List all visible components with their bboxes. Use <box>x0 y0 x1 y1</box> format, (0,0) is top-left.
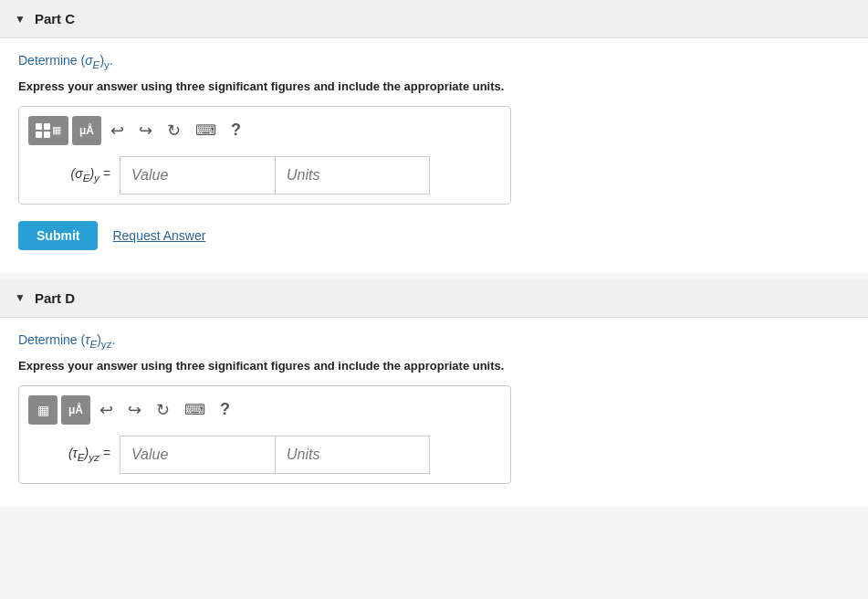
part-d-units-input[interactable] <box>275 436 430 474</box>
grid-icon <box>36 123 50 138</box>
part-d-grid-button[interactable]: ▦ <box>28 395 58 425</box>
part-c-input-box: ▦ μÅ ↩ ↪ ↻ ⌨ ? (σE)y = <box>18 106 511 205</box>
part-c-header: ▼ Part C <box>0 0 868 38</box>
part-c-mu-button[interactable]: μÅ <box>72 116 101 145</box>
part-d-section: ▼ Part D Determine (τE)yz. Express your … <box>0 279 868 506</box>
part-d-mu-button[interactable]: μÅ <box>61 395 90 425</box>
part-c-body: Determine (σE)y. Express your answer usi… <box>0 38 868 272</box>
part-c-keyboard-button[interactable]: ⌨ <box>190 118 222 142</box>
part-c-redo-button[interactable]: ↪ <box>133 117 158 144</box>
part-c-determine: Determine (σE)y. <box>18 53 850 70</box>
part-d-determine: Determine (τE)yz. <box>18 332 850 350</box>
part-c-toolbar: ▦ μÅ ↩ ↪ ↻ ⌨ ? <box>28 116 501 145</box>
part-c-reset-button[interactable]: ↻ <box>162 117 186 144</box>
part-c-value-input[interactable] <box>120 156 275 194</box>
page-wrapper: ▼ Part C Determine (σE)y. Express your a… <box>0 0 868 599</box>
part-d-chevron-icon[interactable]: ▼ <box>15 291 26 304</box>
part-d-reset-button[interactable]: ↻ <box>151 396 175 424</box>
part-d-equation-label: (τE)yz = <box>28 446 110 463</box>
part-c-chevron-icon[interactable]: ▼ <box>15 13 26 26</box>
part-c-section: ▼ Part C Determine (σE)y. Express your a… <box>0 0 868 272</box>
part-c-submit-row: Submit Request Answer <box>18 221 850 250</box>
part-c-submit-button[interactable]: Submit <box>18 221 98 250</box>
part-d-answer-row: (τE)yz = <box>28 436 501 474</box>
part-c-undo-button[interactable]: ↩ <box>105 117 130 144</box>
part-d-toolbar: ▦ μÅ ↩ ↪ ↻ ⌨ ? <box>28 395 501 425</box>
part-c-grid-button[interactable]: ▦ <box>28 116 68 145</box>
part-d-title: Part D <box>35 290 75 306</box>
part-d-body: Determine (τE)yz. Express your answer us… <box>0 318 868 506</box>
part-c-answer-row: (σE)y = <box>28 156 501 194</box>
part-d-keyboard-button[interactable]: ⌨ <box>179 397 211 422</box>
part-d-value-input[interactable] <box>120 436 275 474</box>
part-c-units-input[interactable] <box>275 156 430 194</box>
part-c-equation-label: (σE)y = <box>28 166 110 184</box>
part-d-undo-button[interactable]: ↩ <box>94 396 119 424</box>
part-c-help-button[interactable]: ? <box>225 117 246 143</box>
part-c-title: Part C <box>35 11 75 26</box>
part-d-header: ▼ Part D <box>0 279 868 318</box>
part-c-request-answer-button[interactable]: Request Answer <box>112 228 205 243</box>
part-d-help-button[interactable]: ? <box>214 396 235 423</box>
part-c-instruction: Express your answer using three signific… <box>18 79 850 93</box>
part-d-instruction: Express your answer using three signific… <box>18 359 850 373</box>
part-d-redo-button[interactable]: ↪ <box>122 396 147 424</box>
part-d-input-box: ▦ μÅ ↩ ↪ ↻ ⌨ ? (τE)yz = <box>18 385 511 484</box>
